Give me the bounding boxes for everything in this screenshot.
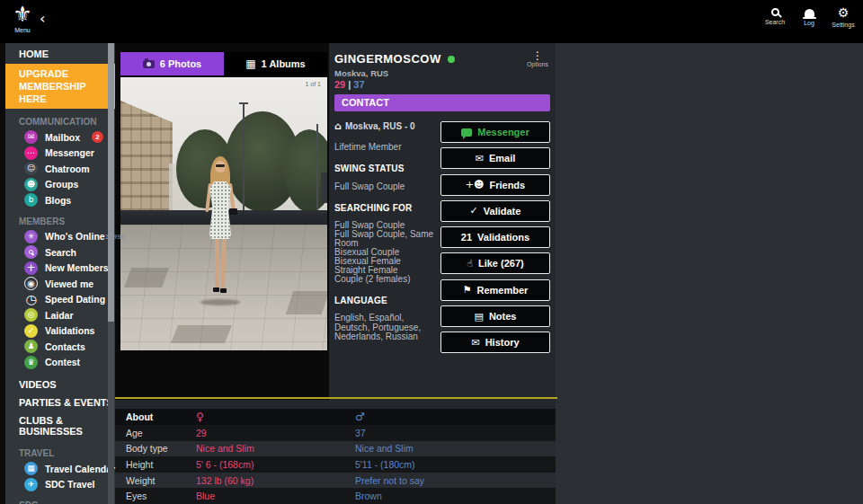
about-title: About — [126, 411, 196, 422]
mailbox-unread-badge: 2 — [92, 131, 103, 143]
sidebar-item-search[interactable]: Search — [5, 244, 115, 261]
upgrade-membership-banner[interactable]: UPGRADE MEMBERSHIP HERE — [5, 64, 115, 109]
trophy-icon: ♛ — [24, 356, 38, 369]
groups-icon: ☻ — [24, 178, 38, 191]
check-icon: ✓ — [470, 206, 478, 216]
profile-panel: 6 Photos ▦ 1 Albums — [115, 43, 556, 504]
options-button[interactable]: ⋮ Options — [527, 50, 548, 67]
like-button[interactable]: ☝ Like (267) — [440, 252, 550, 274]
table-row-weight: Weight 132 lb (60 kg) Prefer not to say — [115, 473, 556, 489]
section-divider — [115, 397, 557, 399]
notes-button[interactable]: ▤ Notes — [440, 305, 550, 327]
topbar-log-button[interactable]: Log — [795, 6, 823, 28]
sidebar-item-blogs[interactable]: b Blogs — [5, 192, 115, 208]
photos-tab-label: 6 Photos — [160, 58, 201, 69]
sidebar-item-contacts[interactable]: ♟ Contacts — [5, 339, 115, 355]
swing-status-header: SWING STATUS — [334, 164, 437, 173]
profile-ages: 29|37 — [334, 79, 365, 90]
topbar-settings-button[interactable]: ⚙ Settings — [829, 6, 858, 28]
camera-icon — [143, 60, 155, 68]
sidebar-item-groups[interactable]: ☻ Groups — [5, 177, 115, 193]
chatroom-icon: ☺ — [24, 162, 38, 175]
bookmark-icon: ⚑ — [463, 285, 472, 295]
sidebar-item-validations[interactable]: ✓ Validations — [5, 323, 115, 340]
eye-icon: ◉ — [24, 277, 38, 290]
sidebar-item-sdc-travel[interactable]: ✈ SDC Travel — [5, 477, 115, 493]
email-button[interactable]: ✉ Email — [440, 147, 550, 169]
sidebar-item-travel-calendar[interactable]: ▦ Travel Calendar — [5, 461, 115, 477]
sidebar-item-chatroom[interactable]: ☺ Chatroom — [5, 161, 115, 177]
back-chevron-icon[interactable]: ‹ — [40, 12, 45, 26]
online-status-dot — [448, 56, 455, 63]
membership-level: Lifetime Member — [334, 142, 437, 152]
searching-item: Couple (2 females) — [334, 275, 437, 284]
calendar-icon: ▦ — [24, 462, 38, 475]
thumbs-up-icon: ☝ — [467, 259, 473, 269]
messenger-icon: ⋯ — [24, 146, 38, 160]
sidebar-section-members: MEMBERS — [19, 217, 115, 226]
validations-button[interactable]: 21 Validations — [440, 226, 550, 248]
messenger-button[interactable]: Messenger — [440, 121, 550, 143]
sidebar-item-whos-online[interactable]: ✳ Who's Online 18999 — [5, 229, 115, 245]
sidebar-section-sdc: SDC — [19, 500, 115, 504]
friends-button[interactable]: +☻ Friends — [440, 174, 550, 196]
sidebar-item-videos[interactable]: VIDEOS — [5, 376, 115, 393]
sidebar-item-laidar[interactable]: ◎ Laidar — [5, 307, 115, 323]
sidebar-scrollbar-thumb[interactable] — [108, 43, 114, 322]
person-icon: ♟ — [24, 340, 38, 353]
photo-person — [204, 156, 236, 304]
info-column: GINGERMOSCOW Moskva, RUS 29|37 ⋮ Options… — [329, 43, 556, 400]
app-logo-menu-button[interactable]: ⚜ Menu — [7, 2, 38, 33]
sidebar-scrollbar[interactable] — [108, 43, 114, 504]
sidebar-item-contest[interactable]: ♛ Contest — [5, 355, 115, 371]
add-friend-icon: +☻ — [466, 180, 485, 190]
female-icon: ♀ — [196, 411, 355, 423]
envelope-icon: ✉ — [476, 154, 484, 164]
validate-button[interactable]: ✓ Validate — [440, 200, 550, 222]
check-icon: ✓ — [24, 324, 38, 338]
sidebar-item-parties-events[interactable]: PARTIES & EVENTS — [5, 393, 115, 411]
male-age: 37 — [353, 79, 364, 90]
settings-label: Settings — [832, 22, 854, 28]
sidebar-item-new-members[interactable]: + New Members — [5, 261, 115, 277]
profile-photo[interactable]: 1 of 1 — [120, 77, 327, 350]
profile-location: Moskva, RUS — [334, 68, 388, 78]
clock-icon: ◷ — [24, 293, 38, 306]
blogs-icon: b — [24, 193, 38, 207]
sidebar-item-viewed-me[interactable]: ◉ Viewed me — [5, 276, 115, 292]
sidebar-item-speed-dating[interactable]: ◷ Speed Dating — [5, 292, 115, 308]
topbar-search-button[interactable]: Search — [761, 6, 789, 28]
gear-icon: ⚙ — [838, 6, 850, 19]
whos-online-icon: ✳ — [24, 230, 38, 243]
photo-pole — [316, 124, 318, 223]
tab-photos[interactable]: 6 Photos — [120, 52, 224, 75]
languages-value: English, Español, Deutsch, Portuguese, N… — [334, 314, 437, 342]
chat-bubble-icon — [461, 128, 472, 137]
tab-albums[interactable]: ▦ 1 Albums — [224, 52, 327, 75]
female-age: 29 — [334, 79, 345, 90]
sidebar-item-clubs-businesses[interactable]: CLUBS & BUSINESSES — [5, 411, 115, 440]
location-pin-icon: ◎ — [24, 308, 38, 322]
albums-tab-label: 1 Albums — [262, 58, 306, 69]
searching-for-header: SEARCHING FOR — [334, 203, 437, 213]
kebab-menu-icon: ⋮ — [527, 50, 548, 61]
sidebar-item-home[interactable]: HOME — [5, 43, 115, 64]
airplane-icon: ✈ — [24, 478, 38, 491]
sidebar-item-messenger[interactable]: ⋯ Messenger — [5, 146, 115, 162]
sidebar-item-mailbox[interactable]: ✉ Mailbox 2 — [5, 129, 115, 146]
searching-for-list: Full Swap Couple Full Swap Couple, Same … — [334, 221, 437, 284]
profile-details: ⌂Moskva, RUS - 0 Lifetime Member SWING S… — [334, 120, 437, 342]
new-members-icon: + — [24, 261, 38, 275]
table-row-eyes: Eyes Blue Brown — [115, 488, 556, 504]
photo-counter: 1 of 1 — [305, 81, 321, 87]
photo-lamp-post — [243, 102, 245, 223]
member-search-icon — [24, 245, 38, 259]
about-table: About ♀ ♂ Age 29 37 Body type Nice and S… — [115, 409, 556, 504]
table-row-height: Height 5' 6 - (168cm) 5'11 - (180cm) — [115, 456, 556, 473]
remember-button[interactable]: ⚑ Remember — [440, 279, 550, 301]
search-label: Search — [765, 19, 785, 25]
sidebar-section-communication: COMMUNICATION — [19, 117, 115, 127]
history-button[interactable]: ✉ History — [440, 332, 550, 353]
menu-label: Menu — [7, 27, 38, 33]
albums-grid-icon: ▦ — [245, 58, 255, 69]
